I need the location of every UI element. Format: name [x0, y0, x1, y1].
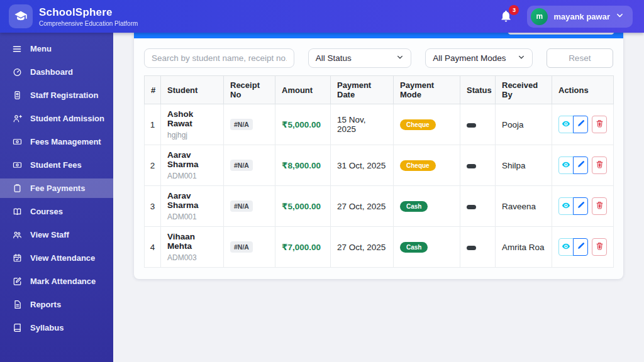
notifications-button[interactable]: 3 — [499, 9, 513, 23]
menu-icon — [12, 44, 22, 54]
dashboard-icon — [12, 67, 22, 77]
receipt-cell: #N/A — [224, 104, 275, 145]
amount: ₹8,900.00 — [282, 161, 321, 170]
sidebar-item-student-fees[interactable]: Student Fees — [0, 155, 113, 175]
actions-group — [558, 116, 607, 133]
column-header: Payment Date — [331, 76, 394, 104]
delete-button[interactable] — [592, 238, 607, 256]
receipt-cell: #N/A — [224, 227, 275, 268]
sidebar-item-label: Syllabus — [30, 323, 64, 332]
user-menu[interactable]: m mayank pawar — [527, 6, 633, 28]
user-name: mayank pawar — [553, 12, 610, 21]
edit-button[interactable] — [573, 238, 588, 256]
payment-date: 27 Oct, 2025 — [331, 227, 394, 268]
sidebar-item-mark-attendance[interactable]: Mark Attendance — [0, 272, 113, 291]
table-row: 2 Aarav Sharma ADM001 #N/A ₹8,900.00 31 … — [145, 145, 614, 186]
amount: ₹7,000.00 — [282, 243, 321, 252]
delete-button[interactable] — [592, 156, 607, 174]
avatar: m — [531, 8, 548, 25]
sidebar-item-view-attendance[interactable]: View Attendance — [0, 248, 113, 268]
sidebar-item-label: View Attendance — [30, 253, 95, 263]
sidebar-item-label: Reports — [30, 300, 61, 309]
bell-icon — [499, 14, 513, 25]
receipt-no-badge: #N/A — [230, 119, 253, 130]
amount: ₹5,000.00 — [282, 120, 321, 129]
payment-date: 31 Oct, 2025 — [331, 145, 394, 186]
sidebar-item-staff-registration[interactable]: Staff Registration — [0, 85, 113, 105]
student-id: ADM003 — [167, 253, 217, 262]
table-row: 4 Vihaan Mehta ADM003 #N/A ₹7,000.00 27 … — [145, 227, 614, 268]
chevron-down-icon — [616, 11, 624, 22]
sidebar-item-label: Fees Management — [30, 137, 101, 146]
sidebar-item-student-admission[interactable]: Student Admission — [0, 109, 113, 128]
sidebar-item-fees-management[interactable]: Fees Management — [0, 132, 113, 151]
pencil-square-icon — [12, 277, 22, 287]
row-index: 3 — [145, 186, 161, 227]
status-filter-select[interactable]: All Status — [308, 48, 412, 68]
sidebar-item-label: Courses — [30, 207, 63, 216]
column-header: Status — [460, 76, 496, 104]
payment-mode-cell: Cash — [394, 227, 460, 268]
edit-button[interactable] — [573, 116, 588, 133]
sidebar-item-label: Menu — [30, 44, 52, 53]
fee-payments-panel: Fee Payments Records Record New Payment … — [134, 15, 623, 279]
sidebar-item-reports[interactable]: Reports — [0, 295, 113, 314]
notification-badge: 3 — [509, 5, 519, 15]
clipboard-icon — [12, 184, 22, 194]
reset-button[interactable]: Reset — [547, 48, 613, 68]
column-header: Receipt No — [224, 76, 275, 104]
trash-icon — [596, 119, 604, 129]
sidebar-item-label: View Staff — [30, 230, 69, 239]
student-cell: Ashok Rawat hgjhgj — [161, 104, 224, 145]
sidebar-item-view-staff[interactable]: View Staff — [0, 225, 113, 244]
student-cell: Aarav Sharma ADM001 — [161, 186, 224, 227]
sidebar-item-courses[interactable]: Courses — [0, 202, 113, 221]
calendar-check-icon — [12, 253, 22, 263]
actions-group — [558, 156, 607, 174]
actions-cell — [552, 186, 614, 227]
column-header: # — [145, 76, 161, 104]
receipt-cell: #N/A — [224, 186, 275, 227]
payment-mode-badge: Cheque — [400, 119, 436, 130]
receipt-no-badge: #N/A — [230, 200, 253, 212]
student-cell: Aarav Sharma ADM001 — [161, 145, 224, 186]
table-row: 1 Ashok Rawat hgjhgj #N/A ₹5,000.00 15 N… — [145, 104, 614, 145]
view-button[interactable] — [558, 197, 574, 215]
view-button[interactable] — [558, 156, 574, 174]
view-button[interactable] — [558, 238, 574, 256]
receipt-cell: #N/A — [224, 145, 275, 186]
edit-button[interactable] — [573, 156, 588, 174]
search-input[interactable] — [144, 48, 294, 68]
pencil-icon — [577, 201, 585, 211]
column-header: Actions — [552, 76, 614, 104]
id-card-icon — [12, 90, 22, 101]
sidebar-item-label: Student Admission — [30, 114, 104, 123]
payment-mode-cell: Cash — [394, 186, 460, 227]
payments-table: #StudentReceipt NoAmountPayment DatePaym… — [144, 75, 614, 268]
edit-button[interactable] — [573, 197, 588, 215]
status-cell — [460, 145, 496, 186]
student-id: ADM001 — [167, 212, 217, 221]
sidebar-item-menu[interactable]: Menu — [0, 39, 113, 58]
received-by: Shilpa — [496, 145, 552, 186]
top-header: SchoolSphere Comprehensive Education Pla… — [0, 0, 644, 33]
delete-button[interactable] — [592, 116, 607, 133]
view-button[interactable] — [558, 116, 574, 133]
payment-mode-badge: Cash — [400, 242, 428, 253]
open-book-icon — [12, 207, 22, 217]
sidebar-item-fee-payments[interactable]: Fee Payments — [0, 178, 113, 198]
column-header: Student — [161, 76, 224, 104]
sidebar-item-syllabus[interactable]: Syllabus — [0, 318, 113, 337]
amount-cell: ₹5,000.00 — [275, 186, 331, 227]
document-icon — [12, 300, 22, 310]
sidebar-item-label: Staff Registration — [30, 90, 98, 100]
status-cell — [460, 104, 496, 145]
chevron-down-icon — [518, 53, 525, 63]
sidebar-item-dashboard[interactable]: Dashboard — [0, 62, 113, 82]
delete-button[interactable] — [592, 197, 607, 215]
book-icon — [12, 323, 22, 333]
sidebar-item-label: Dashboard — [30, 67, 73, 77]
receipt-no-badge: #N/A — [230, 241, 253, 253]
payment-mode-filter-select[interactable]: All Payment Modes — [425, 48, 532, 68]
pencil-icon — [577, 160, 585, 170]
